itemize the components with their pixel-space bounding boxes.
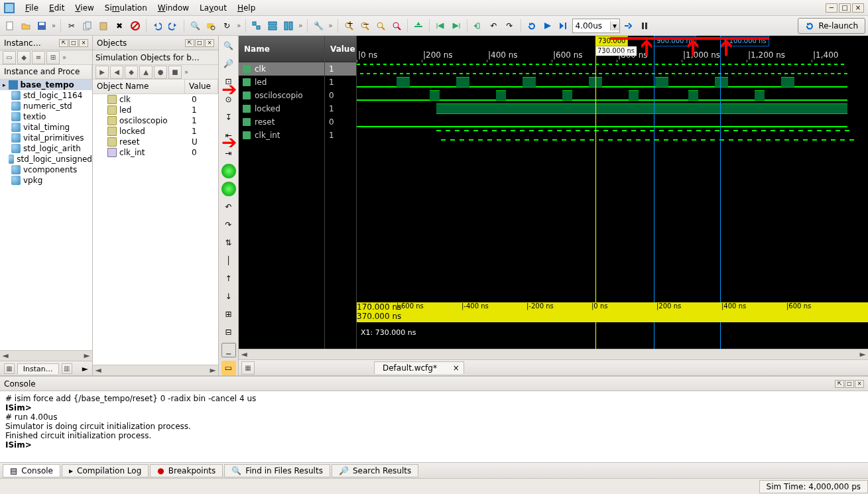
instance-item[interactable]: vital_primitives [0, 133, 92, 143]
menu-edit[interactable]: Edit [44, 2, 70, 14]
zoom-cursor-button[interactable] [389, 19, 404, 33]
panel-close-icon[interactable]: × [79, 39, 88, 47]
wave-signal-row[interactable]: clk_int [239, 129, 324, 142]
console-tab[interactable]: ▤Console [3, 464, 60, 477]
panel-max-icon[interactable]: □ [69, 39, 78, 47]
next-edge-button[interactable]: ↷ [503, 19, 517, 33]
restart-button[interactable] [525, 19, 539, 33]
goto-start-icon[interactable]: ⇤ [221, 128, 236, 143]
filter-constant-button[interactable]: ● [154, 66, 167, 79]
filter-inout-button[interactable]: ◆ [125, 66, 138, 79]
next-tr-icon[interactable]: ↷ [221, 217, 236, 232]
zoom-in-icon[interactable]: 🔍 [221, 38, 236, 53]
instances-bottom-tab[interactable]: Instan… [17, 363, 59, 374]
menu-help[interactable]: Help [232, 2, 261, 14]
goto-end-button[interactable] [449, 19, 464, 33]
view-detail-button[interactable]: ⊞ [46, 51, 60, 64]
prev-transition-button[interactable] [471, 19, 485, 33]
filter-variable-button[interactable]: ■ [168, 66, 182, 79]
console-tab[interactable]: ●Breakpoints [150, 464, 223, 477]
collapse-icon[interactable]: ⊟ [221, 325, 236, 340]
filter-out-button[interactable]: ◀ [110, 66, 123, 79]
object-item[interactable]: resetU [93, 137, 218, 147]
view-list-button[interactable]: ≡ [32, 51, 45, 64]
panel-close-icon[interactable]: × [205, 39, 214, 47]
console-tab[interactable]: 🔍Find in Files Results [224, 464, 330, 477]
float-icon[interactable]: ▭ [221, 361, 236, 375]
run-for-button[interactable] [556, 19, 571, 33]
goto-end-icon[interactable]: ⇥ [221, 146, 236, 160]
instance-item[interactable]: std_logic_unsigned [0, 154, 92, 164]
window-close-icon[interactable]: × [852, 3, 864, 13]
zoom-fit-button[interactable] [373, 19, 388, 33]
expand-icon[interactable]: ⊞ [221, 307, 236, 322]
objects-name-header[interactable]: Object Name [93, 80, 185, 93]
menu-view[interactable]: View [70, 2, 99, 14]
wave-value-header[interactable]: Value [325, 36, 356, 62]
paste-button[interactable] [96, 19, 111, 33]
prev-edge-button[interactable]: ↶ [487, 19, 501, 33]
prev-tr-icon[interactable]: ↶ [221, 200, 236, 214]
console-output[interactable]: # isim force add {/base_tempo/reset} 0 -… [0, 391, 868, 462]
window-maximize-icon[interactable]: □ [839, 3, 851, 13]
settings-button[interactable]: 🔧 [311, 19, 326, 33]
filter-in-button[interactable]: ▶ [95, 66, 109, 79]
instances-tree[interactable]: ▸base_tempostd_logic_1164numeric_stdtext… [0, 80, 92, 350]
window-tile-button[interactable] [265, 19, 280, 33]
instance-item[interactable]: vital_timing [0, 122, 92, 133]
panel-dock-icon[interactable]: ⇱ [185, 39, 194, 47]
panel-max-icon[interactable]: □ [195, 39, 204, 47]
chevron-down-icon[interactable]: ▾ [610, 21, 619, 31]
object-item[interactable]: locked1 [93, 126, 218, 137]
menu-layout[interactable]: Layout [194, 2, 232, 14]
object-item[interactable]: led1 [93, 105, 218, 115]
run-time-input[interactable] [573, 21, 610, 31]
zoom-cursor-icon[interactable]: ⊙ [221, 92, 236, 107]
source-tab-icon[interactable]: ▥ [62, 363, 72, 374]
close-icon[interactable]: × [453, 363, 460, 373]
copy-button[interactable] [80, 19, 95, 33]
zoom-in-button[interactable]: + [341, 19, 356, 33]
object-item[interactable]: clk_int0 [93, 147, 218, 158]
new-file-button[interactable] [3, 19, 17, 33]
run-all-button[interactable] [540, 19, 555, 33]
object-item[interactable]: osciloscopio1 [93, 115, 218, 126]
wave-signal-row[interactable]: locked [239, 102, 324, 115]
marker-prev-icon[interactable] [221, 182, 236, 196]
panel-close-icon[interactable]: × [855, 380, 864, 388]
instance-item[interactable]: vpkg [0, 175, 92, 186]
find-files-button[interactable] [204, 19, 218, 33]
swap-icon[interactable]: ⇅ [221, 235, 236, 250]
panel-dock-icon[interactable]: ⇱ [835, 380, 844, 388]
menu-file[interactable]: FFileile [20, 2, 44, 14]
menu-window[interactable]: Window [153, 2, 194, 14]
cancel-button[interactable] [128, 19, 143, 33]
break-button[interactable] [637, 19, 652, 33]
console-tab[interactable]: 🔎Search Results [332, 464, 418, 477]
zoom-out-icon[interactable]: 🔎 [221, 56, 236, 71]
waveform-tab[interactable]: Default.wcfg* × [374, 361, 464, 374]
view-flat-button[interactable]: ▭ [3, 51, 16, 64]
wave-signal-row[interactable]: osciloscopio [239, 89, 324, 102]
collapse-button[interactable] [249, 19, 264, 33]
find-button[interactable]: 🔍 [188, 19, 202, 33]
filter-internal-button[interactable]: ▲ [139, 66, 153, 79]
zoom-fit-icon[interactable]: ⊡ [221, 74, 236, 89]
delete-button[interactable]: ✖ [112, 19, 127, 33]
instance-item[interactable]: numeric_std [0, 101, 92, 111]
move-down-icon[interactable]: ↓ [221, 289, 236, 304]
wave-signal-row[interactable]: clk [239, 62, 324, 76]
save-button[interactable] [34, 19, 49, 33]
window-cascade-button[interactable] [281, 19, 296, 33]
instance-item[interactable]: ▸base_tempo [0, 80, 92, 90]
panel-dock-icon[interactable]: ⇱ [59, 39, 68, 47]
object-item[interactable]: clk0 [93, 94, 218, 105]
open-file-button[interactable] [19, 19, 33, 33]
run-time-combo[interactable]: ▾ [572, 19, 620, 33]
wave-name-header[interactable]: Name [239, 36, 324, 62]
undo-button[interactable] [150, 19, 164, 33]
view-hier-button[interactable]: ◆ [17, 51, 31, 64]
instance-item[interactable]: std_logic_arith [0, 143, 92, 154]
zoom-out-button[interactable]: − [357, 19, 372, 33]
redo-button[interactable] [166, 19, 180, 33]
